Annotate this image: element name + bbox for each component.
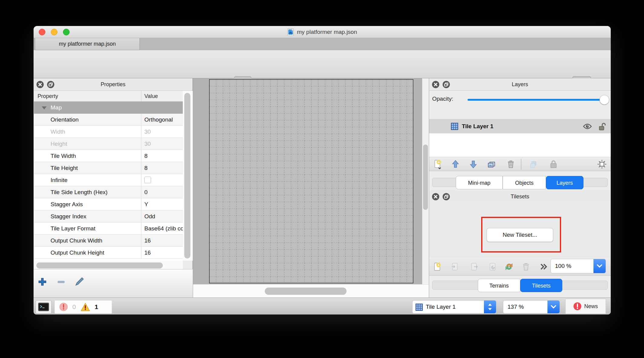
map-view[interactable] [193, 78, 429, 298]
tilesets-header: Tilesets [429, 190, 611, 203]
right-dock: Layers Opacity: Tile Layer 1 [429, 78, 611, 298]
chevron-down-icon[interactable] [593, 259, 606, 273]
property-rows: OrientationOrthogonal Width30 Height30 T… [34, 114, 183, 259]
tab-tilesets[interactable]: Tilesets [520, 279, 562, 292]
tile-layer-icon [451, 123, 458, 130]
infinite-checkbox[interactable] [144, 177, 151, 183]
duplicate-layer-button[interactable] [486, 158, 497, 170]
table-row[interactable]: Tile Layer FormatBase64 (zlib compressed… [34, 223, 183, 235]
edit-property-icon[interactable] [75, 277, 84, 286]
map-grid[interactable] [209, 79, 413, 283]
table-row[interactable]: Tile Width8 [34, 150, 183, 162]
properties-horizontal-scrollbar[interactable] [34, 261, 183, 269]
layers-toolbar [429, 157, 611, 171]
properties-panel: Properties Property Value Map Orientatio… [34, 78, 193, 298]
current-layer-value: Tile Layer 1 [426, 301, 456, 313]
tab-my-platformer-map[interactable]: my platformer map.json [35, 38, 140, 50]
edit-tileset-button[interactable] [487, 261, 498, 272]
warning-count: 1 [95, 303, 98, 311]
map-horizontal-scrollbar[interactable] [193, 284, 429, 298]
remove-property-icon[interactable] [57, 279, 66, 285]
tab-layers[interactable]: Layers [546, 176, 583, 189]
properties-column-header: Property Value [34, 91, 183, 102]
map-vertical-scroll-thumb[interactable] [423, 145, 428, 210]
properties-vertical-scroll-thumb[interactable] [184, 93, 190, 259]
issue-counts[interactable]: 0 1 [54, 300, 112, 314]
highlight-current-layer-button[interactable] [596, 158, 608, 170]
add-property-icon[interactable] [38, 277, 47, 286]
tab-mini-map[interactable]: Mini-map [456, 176, 503, 189]
new-tileset-button[interactable]: New Tileset... [487, 228, 553, 242]
group-label: Map [51, 104, 62, 111]
layers-title: Layers [429, 78, 611, 91]
reload-tileset-button[interactable] [503, 261, 515, 272]
table-row[interactable]: Infinite [34, 174, 183, 186]
tab-terrains[interactable]: Terrains [478, 279, 520, 292]
table-row[interactable]: Output Chunk Height16 [34, 247, 183, 259]
map-vertical-scrollbar[interactable] [422, 78, 429, 284]
lock-layer-button[interactable] [548, 158, 559, 170]
error-icon [59, 302, 68, 311]
layer-row-tile-layer-1[interactable]: Tile Layer 1 [429, 119, 611, 133]
main-content: Properties Property Value Map Orientatio… [34, 78, 611, 298]
properties-title: Properties [34, 78, 192, 91]
tileset-zoom-value: 100 % [555, 259, 571, 273]
raise-layer-button[interactable] [528, 158, 540, 170]
properties-horizontal-scroll-thumb[interactable] [36, 262, 163, 268]
layers-header: Layers [429, 78, 611, 91]
layer-name: Tile Layer 1 [462, 123, 493, 130]
current-layer-select[interactable]: Tile Layer 1 [412, 300, 496, 314]
collapse-triangle-icon[interactable] [42, 106, 47, 109]
properties-header: Properties [34, 78, 192, 91]
new-tileset-icon-button[interactable] [432, 261, 443, 272]
console-button[interactable] [36, 300, 51, 314]
table-row[interactable]: Stagger IndexOdd [34, 210, 183, 223]
map-horizontal-scroll-thumb[interactable] [265, 288, 347, 295]
layer-visible-eye-icon[interactable] [583, 123, 592, 130]
column-property[interactable]: Property [34, 91, 141, 101]
titlebar[interactable]: my platformer map.json [34, 26, 611, 38]
window-title: my platformer map.json [297, 29, 357, 35]
window-title-area: my platformer map.json [34, 26, 611, 38]
properties-footer [34, 269, 193, 298]
property-group-map[interactable]: Map [34, 102, 183, 114]
column-value[interactable]: Value [141, 91, 183, 101]
move-layer-down-button[interactable] [468, 158, 479, 170]
table-row[interactable]: Stagger AxisY [34, 198, 183, 210]
opacity-slider[interactable] [468, 99, 604, 101]
document-icon [287, 28, 294, 36]
map-zoom-select[interactable]: 137 % [503, 300, 560, 314]
desktop: my platformer map.json my platformer map… [0, 0, 644, 358]
delete-layer-button[interactable] [505, 158, 517, 170]
import-tileset-button[interactable] [449, 261, 461, 272]
more-tilesets-button[interactable] [538, 261, 549, 272]
news-button[interactable]: News [565, 299, 606, 314]
layer-unlocked-icon[interactable] [599, 122, 606, 131]
tilesets-title: Tilesets [429, 190, 611, 203]
table-row[interactable]: Width30 [34, 126, 183, 138]
table-row[interactable]: Output Chunk Width16 [34, 235, 183, 247]
opacity-slider-knob[interactable] [600, 95, 609, 105]
warning-icon [80, 302, 90, 311]
properties-vertical-scrollbar[interactable] [183, 91, 193, 261]
new-layer-button[interactable] [432, 158, 444, 170]
table-row[interactable]: Height30 [34, 138, 183, 150]
up-down-spinner-icon[interactable] [484, 301, 496, 313]
tab-objects[interactable]: Objects [503, 176, 546, 189]
news-label: News [584, 303, 598, 310]
move-layer-up-button[interactable] [450, 158, 461, 170]
table-row[interactable]: OrientationOrthogonal [34, 114, 183, 126]
tab-label: my platformer map.json [59, 41, 116, 47]
news-badge-icon [573, 302, 582, 311]
error-count: 0 [72, 303, 76, 311]
tileset-zoom-select[interactable]: 100 % [550, 259, 606, 273]
tab-bar: my platformer map.json [34, 38, 611, 50]
table-row[interactable]: Tile Height8 [34, 162, 183, 174]
export-tileset-button[interactable] [469, 261, 480, 272]
delete-tileset-button[interactable] [520, 261, 532, 272]
main-toolbar: ⌄ ⌄ [34, 50, 611, 78]
opacity-label: Opacity: [432, 96, 453, 102]
table-row[interactable]: Tile Side Length (Hex)0 [34, 186, 183, 198]
chevron-down-icon[interactable] [547, 301, 560, 313]
terminal-icon [38, 302, 50, 312]
